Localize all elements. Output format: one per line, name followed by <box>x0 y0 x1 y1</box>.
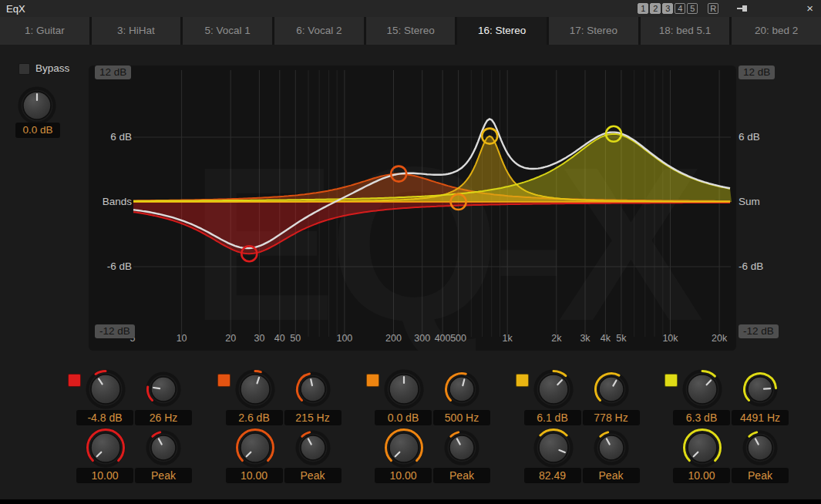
band-5-q-knob[interactable] <box>682 428 722 468</box>
band-4-controls: 6.1 dB778 Hz82.49Peak <box>516 362 662 497</box>
preset-button-2[interactable]: 2 <box>650 3 661 14</box>
band-3-type-knob[interactable] <box>444 430 479 465</box>
pin-icon[interactable] <box>737 2 748 15</box>
band-2-freq-knob[interactable] <box>295 371 331 407</box>
band-3-gain-knob[interactable] <box>384 369 424 409</box>
readout-button[interactable]: R <box>708 3 718 14</box>
freq-tick-50: 50 <box>290 333 301 344</box>
band-4-q-knob[interactable] <box>533 428 574 468</box>
band-1-type-knob[interactable] <box>146 430 181 465</box>
tab-20-bed-2[interactable]: 20: bed 2 <box>732 17 821 45</box>
eq-graph-panel[interactable]: EQ-X510203040501002003004005001k2k3k4k5k… <box>89 66 736 351</box>
tab-15-stereo[interactable]: 15: Stereo <box>366 17 456 45</box>
band-1-q-value[interactable]: 10.00 <box>76 468 133 483</box>
band-4-gain-knob[interactable] <box>533 369 574 409</box>
left-axis-6-db: 6 dB <box>92 130 132 144</box>
band-5-gain-knob[interactable] <box>682 369 722 409</box>
freq-tick-500: 500 <box>450 333 466 344</box>
freq-tick-300: 300 <box>414 333 430 344</box>
band-2-gain-knob[interactable] <box>235 369 275 409</box>
bypass-label: Bypass <box>35 62 69 74</box>
menu-icon[interactable] <box>779 2 789 15</box>
freq-tick-2k: 2k <box>551 333 562 344</box>
preset-button-3[interactable]: 3 <box>662 3 673 14</box>
band-3-controls: 0.0 dB500 Hz10.00Peak <box>366 362 513 497</box>
freq-tick-10k: 10k <box>662 333 678 344</box>
band-4-gain-value[interactable]: 6.1 dB <box>524 410 581 425</box>
band-1-q-knob[interactable] <box>86 428 126 468</box>
tab-1-guitar[interactable]: 1: Guitar <box>0 17 89 45</box>
preset-button-1[interactable]: 1 <box>638 3 648 14</box>
freq-tick-400: 400 <box>435 333 451 344</box>
preset-button-5[interactable]: 5 <box>687 3 698 14</box>
window-bottom-edge <box>0 499 821 504</box>
band-5-freq-knob[interactable] <box>742 371 778 407</box>
band-3-enable-button[interactable] <box>366 374 379 387</box>
band-3-freq-knob[interactable] <box>444 371 479 407</box>
close-icon[interactable]: × <box>806 2 813 15</box>
output-gain-knob[interactable] <box>18 86 56 125</box>
freq-tick-200: 200 <box>385 333 402 344</box>
preset-button-4[interactable]: 4 <box>675 3 685 14</box>
band-5-freq-value[interactable]: 4491 Hz <box>732 410 789 425</box>
band-1-gain-knob[interactable] <box>86 369 126 409</box>
freq-tick-40: 40 <box>274 333 285 344</box>
band-3-q-value[interactable]: 10.00 <box>375 468 432 483</box>
left-axis-6-db: -6 dB <box>92 260 132 274</box>
band-1-enable-button[interactable] <box>68 374 81 387</box>
band-2-type-value[interactable]: Peak <box>284 468 342 483</box>
left-axis-12-db: 12 dB <box>95 66 131 79</box>
tab-18-bed-5-1[interactable]: 18: bed 5.1 <box>641 17 730 45</box>
band-4-type-knob[interactable] <box>594 430 629 465</box>
band-4-freq-knob[interactable] <box>594 371 629 407</box>
freq-tick-10: 10 <box>177 333 187 344</box>
band-3-type-value[interactable]: Peak <box>433 468 490 483</box>
band-4-q-value[interactable]: 82.49 <box>524 468 581 483</box>
band-1-gain-value[interactable]: -4.8 dB <box>76 410 133 425</box>
band-5-enable-button[interactable] <box>665 374 678 387</box>
tab-6-vocal-2[interactable]: 6: Vocal 2 <box>274 17 364 45</box>
eqx-plugin-window: EqX 12345 R × 1: Guitar3: HiHat5: Vocal … <box>0 0 821 504</box>
band-1-freq-knob[interactable] <box>146 371 181 407</box>
band-4-enable-button[interactable] <box>516 374 529 387</box>
tab-3-hihat[interactable]: 3: HiHat <box>92 17 181 45</box>
output-gain-value[interactable]: 0.0 dB <box>15 123 60 138</box>
bypass-checkbox[interactable] <box>19 63 30 75</box>
left-axis-12-db: -12 dB <box>95 324 135 338</box>
band-1-controls: -4.8 dB26 Hz10.00Peak <box>68 362 214 497</box>
band-3-gain-value[interactable]: 0.0 dB <box>375 410 432 425</box>
band-2-freq-value[interactable]: 215 Hz <box>284 410 342 425</box>
tab-17-stereo[interactable]: 17: Stereo <box>549 17 638 45</box>
band-5-type-value[interactable]: Peak <box>732 468 789 483</box>
band-4-type-value[interactable]: Peak <box>583 468 640 483</box>
freq-tick-100: 100 <box>336 333 352 344</box>
freq-tick-1k: 1k <box>503 333 513 344</box>
right-axis-6-db: -6 dB <box>739 260 763 274</box>
band-1-freq-value[interactable]: 26 Hz <box>135 410 192 425</box>
band-2-enable-button[interactable] <box>217 374 230 387</box>
freq-tick-20: 20 <box>225 333 236 344</box>
right-axis-6-db: 6 dB <box>739 130 760 144</box>
band-5-controls: 6.3 dB4491 Hz10.00Peak <box>665 362 811 497</box>
band-4-freq-value[interactable]: 778 Hz <box>583 410 640 425</box>
right-axis-12-db: 12 dB <box>739 66 775 79</box>
band-5-type-knob[interactable] <box>742 430 778 465</box>
band-3-q-knob[interactable] <box>384 428 424 468</box>
freq-tick-5k: 5k <box>616 333 627 344</box>
band-2-type-knob[interactable] <box>295 430 331 465</box>
band-2-q-knob[interactable] <box>235 428 275 468</box>
tab-16-stereo[interactable]: 16: Stereo <box>457 17 547 45</box>
left-axis-bands: Bands <box>92 195 132 209</box>
band-2-gain-value[interactable]: 2.6 dB <box>226 410 283 425</box>
freq-tick-30: 30 <box>254 333 264 344</box>
right-axis-12-db: -12 dB <box>739 324 779 338</box>
freq-tick-3k: 3k <box>580 333 591 344</box>
band-3-freq-value[interactable]: 500 Hz <box>433 410 490 425</box>
preset-button-group: 12345 <box>637 3 698 14</box>
freq-tick-4k: 4k <box>601 333 611 344</box>
band-5-q-value[interactable]: 10.00 <box>673 468 730 483</box>
band-2-q-value[interactable]: 10.00 <box>226 468 283 483</box>
band-1-type-value[interactable]: Peak <box>135 468 192 483</box>
band-5-gain-value[interactable]: 6.3 dB <box>673 410 730 425</box>
tab-5-vocal-1[interactable]: 5: Vocal 1 <box>183 17 272 45</box>
